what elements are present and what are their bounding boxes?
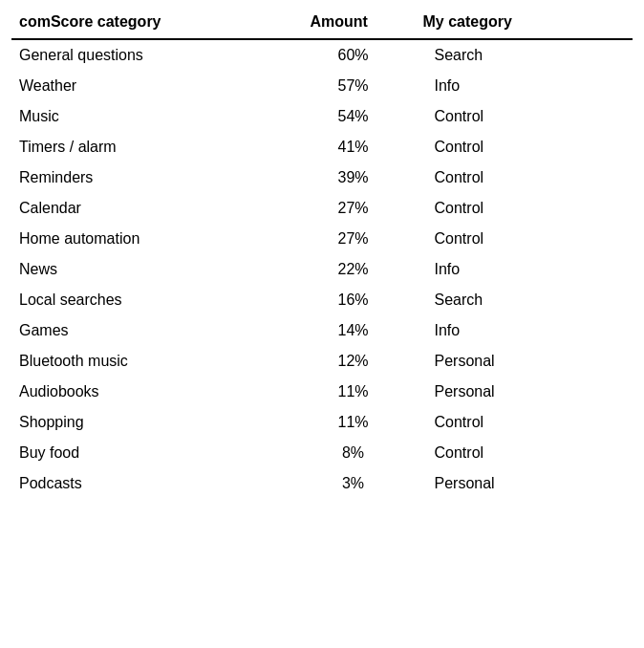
mycategory-cell: Control <box>416 132 633 162</box>
comscore-category-cell: Games <box>11 315 291 346</box>
mycategory-cell: Info <box>416 71 633 101</box>
amount-cell: 8% <box>291 438 416 468</box>
comscore-category-cell: Podcasts <box>11 468 291 499</box>
comscore-category-cell: News <box>11 254 291 285</box>
amount-cell: 39% <box>291 162 416 193</box>
amount-cell: 27% <box>291 224 416 254</box>
comscore-category-cell: General questions <box>11 39 291 71</box>
table-row: General questions60%Search <box>11 39 633 71</box>
mycategory-cell: Personal <box>416 468 633 499</box>
table-row: Bluetooth music12%Personal <box>11 346 633 377</box>
table-row: Podcasts3%Personal <box>11 468 633 499</box>
comscore-category-cell: Music <box>11 101 291 132</box>
table-row: Music54%Control <box>11 101 633 132</box>
comscore-category-cell: Home automation <box>11 224 291 254</box>
mycategory-cell: Control <box>416 162 633 193</box>
mycategory-cell: Search <box>416 39 633 71</box>
table-row: Reminders39%Control <box>11 162 633 193</box>
mycategory-cell: Personal <box>416 377 633 407</box>
data-table: comScore category Amount My category Gen… <box>11 8 633 499</box>
comscore-category-cell: Shopping <box>11 407 291 438</box>
table-row: Home automation27%Control <box>11 224 633 254</box>
mycategory-cell: Control <box>416 224 633 254</box>
mycategory-cell: Control <box>416 101 633 132</box>
mycategory-cell: Control <box>416 193 633 224</box>
amount-cell: 12% <box>291 346 416 377</box>
table-row: Buy food8%Control <box>11 438 633 468</box>
mycategory-cell: Info <box>416 315 633 346</box>
comscore-category-cell: Buy food <box>11 438 291 468</box>
amount-cell: 3% <box>291 468 416 499</box>
comscore-category-cell: Bluetooth music <box>11 346 291 377</box>
mycategory-cell: Control <box>416 407 633 438</box>
mycategory-cell: Search <box>416 285 633 315</box>
table-row: Local searches16%Search <box>11 285 633 315</box>
amount-cell: 41% <box>291 132 416 162</box>
comscore-category-cell: Calendar <box>11 193 291 224</box>
table-row: Calendar27%Control <box>11 193 633 224</box>
mycategory-cell: Personal <box>416 346 633 377</box>
table-row: Audiobooks11%Personal <box>11 377 633 407</box>
header-mycategory: My category <box>416 8 633 39</box>
comscore-category-cell: Reminders <box>11 162 291 193</box>
amount-cell: 16% <box>291 285 416 315</box>
table-row: Weather57%Info <box>11 71 633 101</box>
table-row: Games14%Info <box>11 315 633 346</box>
amount-cell: 27% <box>291 193 416 224</box>
amount-cell: 60% <box>291 39 416 71</box>
amount-cell: 11% <box>291 377 416 407</box>
table-row: News22%Info <box>11 254 633 285</box>
amount-cell: 22% <box>291 254 416 285</box>
amount-cell: 54% <box>291 101 416 132</box>
header-amount: Amount <box>291 8 416 39</box>
comscore-category-cell: Local searches <box>11 285 291 315</box>
comscore-category-cell: Weather <box>11 71 291 101</box>
amount-cell: 11% <box>291 407 416 438</box>
comscore-category-cell: Audiobooks <box>11 377 291 407</box>
mycategory-cell: Control <box>416 438 633 468</box>
amount-cell: 57% <box>291 71 416 101</box>
table-row: Shopping11%Control <box>11 407 633 438</box>
amount-cell: 14% <box>291 315 416 346</box>
mycategory-cell: Info <box>416 254 633 285</box>
table-row: Timers / alarm41%Control <box>11 132 633 162</box>
comscore-category-cell: Timers / alarm <box>11 132 291 162</box>
header-comscore: comScore category <box>11 8 291 39</box>
table-header-row: comScore category Amount My category <box>11 8 633 39</box>
